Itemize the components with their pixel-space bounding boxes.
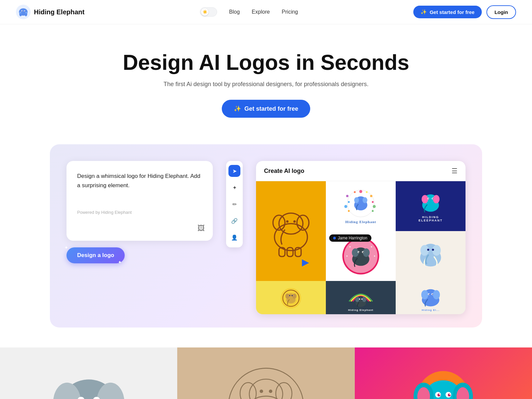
svg-point-115 — [450, 394, 451, 395]
floral-logo-text: Hiding Elephant — [342, 220, 379, 224]
logo-elephant-outline — [261, 201, 321, 261]
svg-point-47 — [352, 248, 358, 257]
toolbar-wand-button[interactable]: ✦ — [228, 182, 240, 194]
svg-point-37 — [422, 195, 428, 203]
logo-floral-elephant — [342, 189, 379, 218]
nav-pricing[interactable]: Pricing — [282, 9, 298, 15]
svg-point-75 — [359, 299, 360, 300]
nav-login-button[interactable]: Login — [486, 5, 516, 19]
gallery-elephant-teal — [400, 354, 486, 399]
svg-point-80 — [433, 290, 440, 299]
svg-point-51 — [358, 252, 359, 253]
svg-point-99 — [269, 390, 272, 393]
menu-icon[interactable]: ☰ — [452, 167, 458, 175]
theme-toggle[interactable]: ☀️ — [200, 7, 217, 17]
svg-point-33 — [348, 210, 349, 212]
user-dot — [333, 237, 336, 239]
logo-tusks-elephant — [416, 236, 446, 276]
svg-point-69 — [289, 295, 291, 297]
hero-cta-button[interactable]: ✨ Get started for free — [222, 100, 310, 118]
toolbar-link-button[interactable]: 🔗 — [228, 215, 240, 227]
svg-point-68 — [292, 294, 296, 299]
nav-actions: ✨ Get started for free Login — [413, 5, 516, 19]
svg-point-112 — [438, 394, 441, 397]
wand-toolbar-icon: ✦ — [232, 185, 237, 191]
dark-logo-text: HILDINGELEEPHANT — [414, 215, 447, 223]
gallery-section — [0, 347, 532, 399]
cursor-overlay: ▶ — [302, 257, 309, 268]
image-upload-icon[interactable]: 🖼 — [198, 224, 205, 233]
logo-circle-elephant — [341, 236, 381, 276]
sparkle-icon-1: ✦ — [65, 245, 68, 250]
svg-point-27 — [354, 197, 359, 203]
design-logo-button[interactable]: ✦ Design a logo ✦ — [66, 247, 125, 263]
svg-point-8 — [19, 12, 21, 13]
svg-point-41 — [428, 198, 429, 199]
logo-cell-yellow — [256, 281, 326, 314]
svg-point-20 — [359, 190, 362, 193]
svg-point-84 — [432, 294, 433, 295]
prompt-card: Design a whimsical logo for Hiding Eleph… — [66, 161, 213, 241]
hero-title: Design AI Logos in Seconds — [16, 51, 516, 74]
brand-logo[interactable]: Hiding Elephant — [16, 5, 84, 19]
logo-partial-elephant — [416, 284, 446, 307]
nav-links: ☀️ Blog Explore Pricing — [200, 7, 298, 17]
svg-point-76 — [361, 299, 363, 300]
wand-icon: ✨ — [421, 9, 427, 15]
toolbar-pen-button[interactable]: ✏ — [228, 198, 240, 210]
logo-cell-circle-badge: Jame Harrington — [326, 231, 396, 281]
svg-point-32 — [372, 210, 373, 212]
svg-point-113 — [448, 394, 451, 397]
svg-point-74 — [362, 297, 366, 302]
navbar: Hiding Elephant ☀️ Blog Explore Pricing … — [0, 0, 532, 24]
gallery-item-outline — [177, 347, 354, 399]
svg-point-56 — [374, 256, 375, 257]
svg-point-70 — [292, 295, 293, 297]
svg-point-42 — [433, 198, 434, 199]
svg-point-98 — [260, 390, 263, 393]
sidebar-toolbar: ➤ ✦ ✏ 🔗 👤 — [226, 161, 243, 247]
prompt-text: Design a whimsical logo for Hiding Eleph… — [77, 172, 202, 190]
gallery-item-grey — [0, 347, 177, 399]
cursor-icon: ➤ — [232, 168, 237, 174]
gallery-elephant-grey — [42, 354, 135, 399]
toolbar-cursor-button[interactable]: ➤ — [228, 165, 240, 177]
nav-blog[interactable]: Blog — [229, 9, 240, 15]
logo-rainbow-elephant — [346, 284, 376, 307]
svg-rect-17 — [287, 248, 293, 257]
svg-point-9 — [25, 12, 27, 13]
gallery-elephant-outline — [223, 354, 309, 399]
svg-point-73 — [355, 297, 359, 302]
powered-by-text: Powered by Hiding Elephant — [77, 210, 202, 215]
svg-point-7 — [25, 11, 25, 12]
logo-dark-elephant — [414, 190, 447, 214]
svg-point-48 — [363, 248, 369, 257]
nav-explore[interactable]: Explore — [252, 9, 270, 15]
svg-point-94 — [246, 396, 286, 399]
svg-point-23 — [346, 195, 348, 197]
svg-point-96 — [240, 383, 256, 399]
nav-get-started-button[interactable]: ✨ Get started for free — [413, 6, 482, 18]
logo-cell-dark: HILDINGELEEPHANT — [396, 181, 466, 231]
ai-logo-title: Create AI logo — [264, 168, 304, 175]
gallery-item-teal — [355, 347, 532, 399]
toolbar-person-button[interactable]: 👤 — [228, 231, 240, 243]
svg-point-53 — [349, 246, 351, 248]
svg-point-79 — [421, 290, 428, 299]
ai-logo-header: Create AI logo ☰ — [256, 161, 466, 181]
user-badge: Jame Harrington — [329, 234, 371, 242]
brand-name: Hiding Elephant — [34, 8, 84, 16]
svg-point-114 — [439, 394, 440, 395]
svg-point-55 — [346, 256, 348, 257]
prompt-panel: Design a whimsical logo for Hiding Eleph… — [66, 161, 213, 263]
sparkle-icon-2: ✦ — [118, 260, 121, 265]
svg-point-28 — [362, 197, 367, 203]
logo-cell-tusks — [396, 231, 466, 281]
logo-cell-floral: Hiding Elephant — [326, 181, 396, 231]
svg-point-31 — [372, 201, 373, 203]
svg-point-38 — [433, 195, 440, 203]
hero-subtitle: The first Ai design tool by professional… — [16, 81, 516, 88]
logo-cell-orange: ▶ — [256, 181, 326, 281]
svg-point-83 — [429, 294, 430, 295]
link-icon: 🔗 — [231, 218, 238, 224]
